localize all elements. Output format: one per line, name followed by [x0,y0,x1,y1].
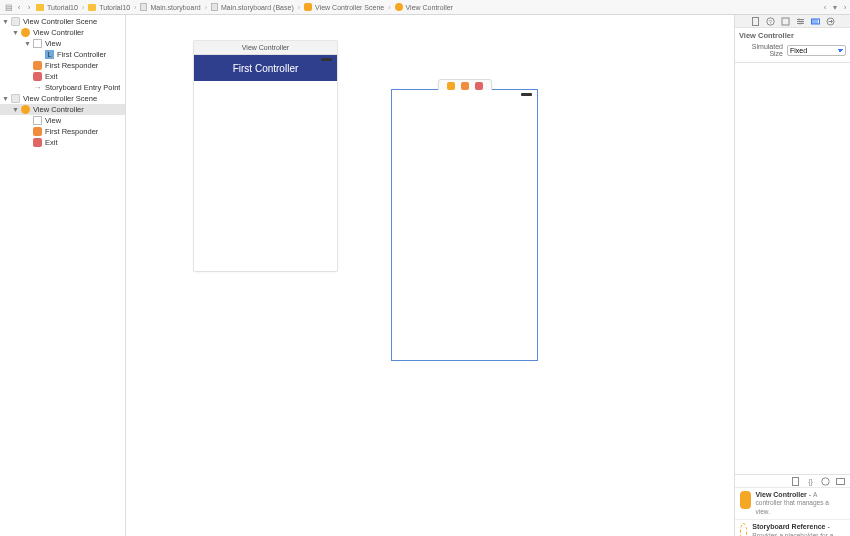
storyboard-entry-icon [33,83,42,92]
library-item-view-controller[interactable]: View Controller - A controller that mana… [735,488,850,520]
canvas-view-controller-scene-1[interactable]: View Controller First Controller [194,41,337,271]
attributes-inspector-tab-icon[interactable] [796,17,805,26]
outline-view[interactable]: View [0,115,125,126]
object-library-icon[interactable] [821,477,830,486]
library-item-text: Storyboard Reference - Provides a placeh… [752,523,845,536]
dock-first-responder-icon[interactable] [461,82,469,90]
first-responder-icon [33,61,42,70]
outline-label: View [45,39,61,48]
scene-title-bar[interactable]: View Controller [194,41,337,55]
utilities-panel: ? View Controller Simulated Size Fixed [734,15,850,536]
disclosure-triangle-icon[interactable]: ▼ [12,29,18,36]
simulated-size-row: Simulated Size Fixed [739,43,846,57]
inspector-tabs: ? [735,15,850,28]
show-assistant-forward-icon[interactable]: › [840,2,850,12]
show-assistant-menu-icon[interactable]: ▾ [830,2,840,12]
library-item-storyboard-reference[interactable]: Storyboard Reference - Provides a placeh… [735,520,850,536]
file-template-library-icon[interactable] [791,477,800,486]
library-item-name: Storyboard Reference [752,523,825,530]
dock-vc-icon[interactable] [447,82,455,90]
quick-help-tab-icon[interactable]: ? [766,17,775,26]
outline-label-item[interactable]: L First Controller [0,49,125,60]
library-item-thumb-icon [740,523,747,536]
outline-label: View [45,116,61,125]
related-items-icon[interactable]: ▤ [4,2,14,12]
breadcrumb-seg-0[interactable]: Tutorial10 [34,4,80,11]
breadcrumb-seg-2[interactable]: Main.storyboard [138,3,202,11]
library-item-desc: Provides a placeholder for a view contro… [752,532,834,536]
svg-rect-1 [752,17,758,25]
identity-inspector-tab-icon[interactable] [781,17,790,26]
view-icon [33,116,42,125]
outline-label: First Controller [57,50,106,59]
outline-view[interactable]: ▼ View [0,38,125,49]
outline-label: First Responder [45,61,98,70]
simulated-size-select[interactable]: Fixed [787,45,846,56]
canvas-label-first-controller[interactable]: First Controller [194,55,337,81]
label-icon: L [45,50,54,59]
outline-view-controller[interactable]: ▼ View Controller [0,27,125,38]
breadcrumb-label: Tutorial10 [47,4,78,11]
first-responder-icon [33,127,42,136]
disclosure-triangle-icon[interactable]: ▼ [2,95,8,102]
svg-point-9 [801,20,803,22]
canvas-root-view[interactable] [392,90,537,360]
svg-rect-19 [837,478,845,484]
disclosure-triangle-icon[interactable]: ▼ [2,18,8,25]
outline-first-responder[interactable]: First Responder [0,126,125,137]
breadcrumb-label: Main.storyboard (Base) [221,4,294,11]
breadcrumb-label: View Controller [406,4,453,11]
folder-icon [36,4,44,11]
scene-icon [11,94,20,103]
code-snippet-library-icon[interactable]: {} [806,477,815,486]
outline-first-responder[interactable]: First Responder [0,60,125,71]
disclosure-triangle-icon[interactable]: ▼ [24,40,30,47]
storyboard-canvas[interactable]: View Controller First Controller [126,15,734,536]
show-assistant-back-icon[interactable]: ‹ [820,2,830,12]
breadcrumb-seg-4[interactable]: View Controller Scene [302,3,386,11]
view-icon [33,39,42,48]
breadcrumb-seg-3[interactable]: Main.storyboard (Base) [209,3,296,11]
breadcrumb-seg-5[interactable]: View Controller [393,3,455,11]
nav-forward-icon[interactable]: › [24,2,34,12]
disclosure-triangle-icon[interactable]: ▼ [12,106,18,113]
connections-inspector-tab-icon[interactable] [826,17,835,26]
inspector-empty-area [735,63,850,474]
outline-exit[interactable]: Exit [0,71,125,82]
canvas-view-controller-scene-2[interactable] [392,90,537,360]
size-inspector-tab-icon[interactable] [811,17,820,26]
outline-label: First Responder [45,127,98,136]
media-library-icon[interactable] [836,477,845,486]
library-item-name: View Controller [756,491,807,498]
breadcrumb-label: Main.storyboard [150,4,200,11]
document-outline[interactable]: ▼ View Controller Scene ▼ View Controlle… [0,15,126,536]
svg-point-10 [799,22,801,24]
folder-icon [88,4,96,11]
vc-icon [21,105,30,114]
object-library: {} View Controller - A controller that m… [735,474,850,536]
library-tabs: {} [735,475,850,488]
exit-icon [33,138,42,147]
library-list[interactable]: View Controller - A controller that mana… [735,488,850,536]
file-inspector-tab-icon[interactable] [751,17,760,26]
outline-exit[interactable]: Exit [0,137,125,148]
nav-back-icon[interactable]: ‹ [14,2,24,12]
svg-point-18 [822,477,829,484]
outline-label: Exit [45,138,58,147]
dock-exit-icon[interactable] [475,82,483,90]
outline-scene-header[interactable]: ▼ View Controller Scene [0,93,125,104]
vc-icon [395,3,403,11]
jump-bar: ▤ ‹ › Tutorial10 Tutorial10 Main.storybo… [0,0,850,15]
outline-label: View Controller [33,28,84,37]
outline-view-controller[interactable]: ▼ View Controller [0,104,125,115]
canvas-root-view[interactable]: First Controller [194,55,337,271]
outline-label: View Controller Scene [23,94,97,103]
svg-rect-4 [782,18,789,25]
svg-point-8 [798,18,800,20]
status-bar-indicator [321,58,332,61]
file-icon [140,3,147,11]
outline-entry-point[interactable]: Storyboard Entry Point [0,82,125,93]
breadcrumb-seg-1[interactable]: Tutorial10 [86,4,132,11]
vc-icon [21,28,30,37]
outline-scene-header[interactable]: ▼ View Controller Scene [0,16,125,27]
